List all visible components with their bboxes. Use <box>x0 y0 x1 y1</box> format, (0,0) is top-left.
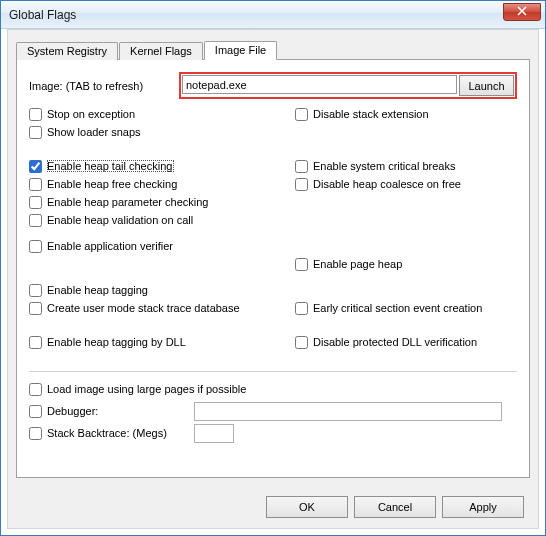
launch-button[interactable]: Launch <box>459 75 514 96</box>
check-load-image-large-pages[interactable]: Load image using large pages if possible <box>29 378 517 400</box>
check-disable-stack-extension[interactable]: Disable stack extension <box>295 105 517 123</box>
close-button[interactable] <box>503 3 541 21</box>
check-stop-on-exception[interactable]: Stop on exception <box>29 105 291 123</box>
titlebar: Global Flags <box>1 1 545 29</box>
check-enable-application-verifier[interactable]: Enable application verifier <box>29 237 291 255</box>
check-enable-heap-tail-checking[interactable]: Enable heap tail checking <box>29 157 291 175</box>
tab-kernel-flags[interactable]: Kernel Flags <box>119 42 203 60</box>
ok-button[interactable]: OK <box>266 496 348 518</box>
check-early-critical-section-event-creation[interactable]: Early critical section event creation <box>295 299 517 317</box>
apply-button[interactable]: Apply <box>442 496 524 518</box>
image-input[interactable] <box>182 75 457 94</box>
tab-panel-image-file: Image: (TAB to refresh) Launch Stop on e… <box>16 60 530 478</box>
debugger-input[interactable] <box>194 402 502 421</box>
check-enable-heap-parameter-checking[interactable]: Enable heap parameter checking <box>29 193 291 211</box>
check-enable-heap-validation-on-call[interactable]: Enable heap validation on call <box>29 211 291 229</box>
tab-image-file[interactable]: Image File <box>204 41 277 60</box>
image-label: Image: (TAB to refresh) <box>29 80 179 92</box>
dialog-button-bar: OK Cancel Apply <box>266 496 524 518</box>
check-show-loader-snaps[interactable]: Show loader snaps <box>29 123 291 141</box>
check-disable-protected-dll-verification[interactable]: Disable protected DLL verification <box>295 333 517 351</box>
tab-system-registry[interactable]: System Registry <box>16 42 118 60</box>
client-area: System Registry Kernel Flags Image File … <box>7 29 539 529</box>
stack-backtrace-input[interactable] <box>194 424 234 443</box>
check-stack-backtrace[interactable] <box>29 427 42 440</box>
check-debugger[interactable] <box>29 405 42 418</box>
check-enable-heap-free-checking[interactable]: Enable heap free checking <box>29 175 291 193</box>
check-create-user-mode-stack-trace-db[interactable]: Create user mode stack trace database <box>29 299 291 317</box>
image-input-highlight: Launch <box>179 72 517 99</box>
check-enable-heap-tagging[interactable]: Enable heap tagging <box>29 281 291 299</box>
label-stack-backtrace: Stack Backtrace: (Megs) <box>47 427 187 439</box>
check-enable-heap-tagging-by-dll[interactable]: Enable heap tagging by DLL <box>29 333 291 351</box>
cancel-button[interactable]: Cancel <box>354 496 436 518</box>
tab-strip: System Registry Kernel Flags Image File <box>16 38 530 60</box>
close-icon <box>517 6 527 16</box>
window-title: Global Flags <box>9 8 76 22</box>
check-enable-page-heap[interactable]: Enable page heap <box>295 255 517 273</box>
check-disable-heap-coalesce-on-free[interactable]: Disable heap coalesce on free <box>295 175 517 193</box>
label-debugger: Debugger: <box>47 405 187 417</box>
separator <box>29 371 517 372</box>
check-enable-system-critical-breaks[interactable]: Enable system critical breaks <box>295 157 517 175</box>
